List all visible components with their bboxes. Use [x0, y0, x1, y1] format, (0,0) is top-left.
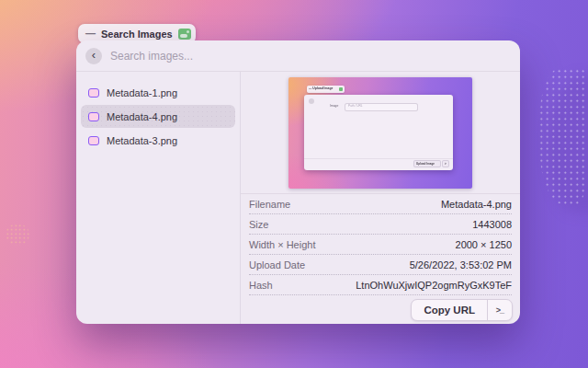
preview-back-button — [309, 98, 314, 104]
metadata-label: Width × Height — [249, 239, 315, 250]
image-file-icon — [88, 112, 99, 121]
image-file-icon — [88, 88, 99, 98]
image-file-icon — [88, 136, 99, 145]
metadata-row-hash: Hash LtnOhWuXjwIQP2ogmRyGxK9TeF — [249, 275, 512, 295]
preview-upload-button: Upload Image — [413, 160, 441, 167]
metadata-value: LtnOhWuXjwIQP2ogmRyGxK9TeF — [356, 280, 512, 291]
metadata-value: 2000 × 1250 — [456, 239, 512, 250]
halftone-dots-left — [6, 224, 29, 246]
metadata-table: Filename Metadata-4.png Size 1443008 Wid… — [241, 194, 520, 295]
preview-input-placeholder: Path / URL — [348, 104, 363, 108]
list-item-label: Metadata-3.png — [107, 135, 177, 146]
terminal-prompt-icon: >_ — [496, 305, 503, 315]
metadata-row-size: Size 1443008 — [249, 214, 512, 235]
metadata-value: Metadata-4.png — [441, 199, 512, 210]
metadata-row-filename: Filename Metadata-4.png — [249, 194, 512, 214]
image-preview: — Upload Image Image Path / URL Upload I… — [288, 77, 472, 189]
preview-area: — Upload Image Image Path / URL Upload I… — [241, 72, 520, 194]
metadata-row-dimensions: Width × Height 2000 × 1250 — [249, 235, 512, 255]
list-item[interactable]: Metadata-1.png — [81, 81, 235, 104]
extension-image-icon — [178, 29, 191, 40]
preview-shortcut-glyph: > — [445, 162, 447, 165]
file-list: Metadata-1.png Metadata-4.png Metadata-3… — [76, 72, 241, 324]
preview-window: Image Path / URL Upload Image > — [304, 95, 453, 170]
launcher-title: Search Images — [101, 29, 173, 40]
list-item-selected[interactable]: Metadata-4.png — [81, 105, 235, 128]
metadata-label: Hash — [249, 280, 273, 291]
preview-field-label: Image — [330, 104, 338, 108]
metadata-value: 1443008 — [472, 219, 512, 230]
list-item[interactable]: Metadata-3.png — [81, 129, 235, 152]
metadata-label: Filename — [249, 199, 290, 210]
action-bar: Copy URL >_ — [241, 295, 520, 324]
back-button[interactable]: ‹ — [85, 48, 102, 64]
metadata-label: Upload Date — [249, 259, 305, 270]
metadata-row-upload-date: Upload Date 5/26/2022, 3:53:02 PM — [249, 255, 512, 275]
background-blob — [549, 75, 588, 213]
preview-input: Path / URL — [345, 103, 418, 111]
metadata-value: 5/26/2022, 3:53:02 PM — [410, 259, 512, 270]
detail-pane: — Upload Image Image Path / URL Upload I… — [241, 72, 520, 324]
search-bar: ‹ — [76, 40, 520, 72]
list-item-label: Metadata-1.png — [107, 87, 177, 98]
preview-launcher-pill: — Upload Image — [307, 86, 345, 93]
preview-actions: Upload Image > — [413, 160, 450, 167]
copy-url-button[interactable]: Copy URL — [412, 300, 487, 320]
preview-upload-label: Upload Image — [416, 162, 435, 165]
search-images-window: ‹ Metadata-1.png Metadata-4.png Metadata… — [76, 40, 520, 324]
preview-shortcut-key: > — [442, 160, 449, 167]
preview-extension-icon — [339, 87, 344, 91]
search-input[interactable] — [110, 50, 511, 63]
metadata-label: Size — [249, 219, 268, 230]
shortcut-key-button[interactable]: >_ — [488, 300, 512, 320]
copy-url-split-button: Copy URL >_ — [411, 299, 513, 321]
list-item-label: Metadata-4.png — [107, 111, 177, 122]
preview-pill-title: — Upload Image — [309, 86, 333, 90]
chevron-left-icon: ‹ — [92, 49, 96, 61]
minus-icon: — — [85, 29, 96, 39]
window-body: Metadata-1.png Metadata-4.png Metadata-3… — [76, 72, 520, 324]
